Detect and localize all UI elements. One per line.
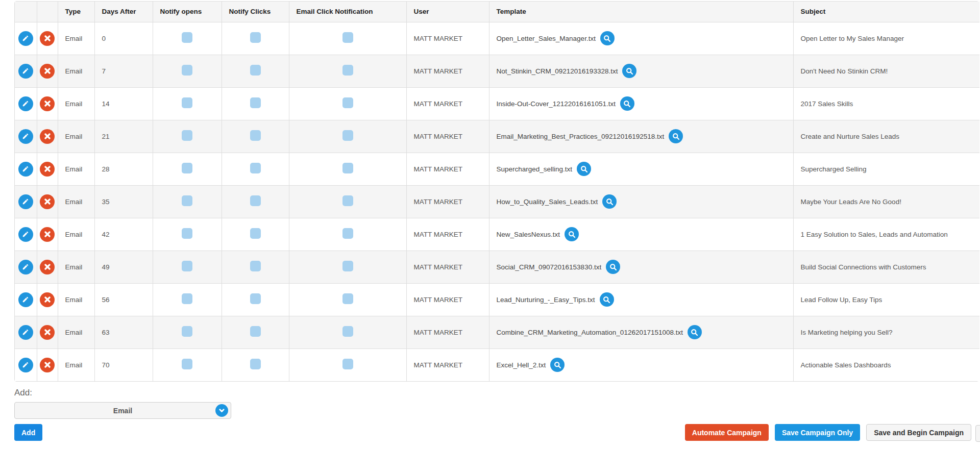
- magnifier-icon: [606, 198, 614, 206]
- edit-row-button[interactable]: [18, 260, 33, 275]
- notify-clicks-checkbox[interactable]: [250, 228, 261, 239]
- email-click-notification-checkbox[interactable]: [342, 261, 353, 271]
- template-preview-button[interactable]: [600, 292, 614, 307]
- notify-clicks-checkbox[interactable]: [250, 195, 261, 206]
- pencil-icon: [22, 296, 29, 303]
- notify-clicks-checkbox[interactable]: [250, 130, 261, 141]
- notify-clicks-checkbox[interactable]: [250, 261, 261, 271]
- save-campaign-only-button[interactable]: Save Campaign Only: [775, 424, 860, 441]
- user-cell: MATT MARKET: [406, 22, 489, 55]
- notify-opens-checkbox[interactable]: [182, 130, 192, 141]
- x-icon: [44, 198, 51, 205]
- template-preview-button[interactable]: [602, 194, 617, 209]
- automate-campaign-button[interactable]: Automate Campaign: [685, 424, 769, 441]
- email-click-notification-checkbox[interactable]: [342, 228, 353, 239]
- delete-row-button[interactable]: [40, 129, 55, 144]
- template-preview-button[interactable]: [622, 64, 636, 78]
- template-preview-button[interactable]: [688, 325, 702, 339]
- cutoff-button-sliver[interactable]: [975, 425, 980, 442]
- email-click-notification-checkbox[interactable]: [342, 293, 353, 304]
- notify-opens-checkbox[interactable]: [182, 163, 192, 173]
- notify-opens-checkbox[interactable]: [182, 228, 192, 239]
- notify-opens-checkbox[interactable]: [182, 261, 192, 271]
- template-preview-button[interactable]: [550, 358, 565, 372]
- campaign-actions-group: Automate Campaign Save Campaign Only Sav…: [685, 424, 979, 441]
- delete-row-button[interactable]: [40, 260, 55, 275]
- notify-opens-checkbox[interactable]: [182, 195, 192, 206]
- notify-opens-checkbox[interactable]: [182, 65, 192, 76]
- notify-opens-checkbox[interactable]: [182, 97, 192, 108]
- magnifier-icon: [623, 100, 631, 108]
- template-preview-button[interactable]: [669, 129, 683, 143]
- notify-clicks-checkbox[interactable]: [250, 97, 261, 108]
- x-icon: [44, 101, 51, 107]
- table-body: Email 0 MATT MARKET Open_Letter_Sales_Ma…: [15, 22, 979, 381]
- notify-opens-checkbox[interactable]: [182, 359, 192, 369]
- delete-row-button[interactable]: [40, 31, 55, 46]
- days-after-cell: 42: [94, 218, 153, 251]
- notify-opens-checkbox[interactable]: [182, 326, 192, 337]
- save-and-begin-campaign-button[interactable]: Save and Begin Campaign: [866, 424, 971, 441]
- x-icon: [44, 35, 51, 41]
- table-row: Email 28 MATT MARKET Supercharged_sellin…: [15, 153, 979, 185]
- template-filename: New_SalesNexus.txt: [497, 231, 560, 238]
- magnifier-icon: [626, 67, 633, 75]
- delete-row-button[interactable]: [40, 64, 55, 79]
- template-preview-button[interactable]: [620, 96, 634, 111]
- template-preview-button[interactable]: [565, 227, 579, 241]
- delete-row-button[interactable]: [40, 194, 55, 209]
- add-button[interactable]: Add: [14, 424, 42, 441]
- notify-clicks-checkbox[interactable]: [250, 359, 261, 369]
- delete-row-button[interactable]: [40, 325, 55, 340]
- notify-clicks-checkbox[interactable]: [250, 163, 261, 173]
- edit-row-button[interactable]: [18, 194, 33, 209]
- template-filename: Email_Marketing_Best_Practices_092120161…: [497, 133, 665, 140]
- user-cell: MATT MARKET: [406, 283, 489, 316]
- template-filename: Supercharged_selling.txt: [497, 165, 573, 173]
- email-click-notification-checkbox[interactable]: [342, 163, 353, 173]
- email-click-notification-checkbox[interactable]: [342, 359, 353, 369]
- email-click-notification-checkbox[interactable]: [342, 65, 353, 76]
- table-row: Email 0 MATT MARKET Open_Letter_Sales_Ma…: [15, 22, 979, 55]
- add-type-dropdown[interactable]: Email: [14, 402, 231, 419]
- notify-clicks-checkbox[interactable]: [250, 326, 261, 337]
- template-filename: How_to_Quality_Sales_Leads.txt: [497, 198, 598, 206]
- template-preview-button[interactable]: [606, 260, 620, 274]
- column-header-user: User: [406, 2, 489, 22]
- edit-row-button[interactable]: [18, 162, 33, 177]
- subject-cell: Don't Need No Stinkin CRM!: [793, 55, 979, 87]
- edit-row-button[interactable]: [18, 31, 33, 46]
- edit-row-button[interactable]: [18, 96, 33, 111]
- column-header-type: Type: [58, 2, 94, 22]
- notify-clicks-checkbox[interactable]: [250, 293, 261, 304]
- notify-opens-checkbox[interactable]: [182, 32, 192, 43]
- pencil-icon: [22, 198, 29, 205]
- email-click-notification-checkbox[interactable]: [342, 97, 353, 108]
- user-cell: MATT MARKET: [406, 120, 489, 153]
- delete-row-button[interactable]: [40, 227, 55, 242]
- type-cell: Email: [58, 283, 94, 316]
- template-preview-button[interactable]: [600, 31, 615, 45]
- user-cell: MATT MARKET: [406, 55, 489, 87]
- delete-row-button[interactable]: [40, 292, 55, 307]
- edit-row-button[interactable]: [18, 325, 33, 340]
- notify-clicks-checkbox[interactable]: [250, 65, 261, 76]
- user-cell: MATT MARKET: [406, 218, 489, 251]
- edit-row-button[interactable]: [18, 64, 33, 79]
- notify-clicks-checkbox[interactable]: [250, 32, 261, 43]
- delete-row-button[interactable]: [40, 358, 55, 372]
- email-click-notification-checkbox[interactable]: [342, 326, 353, 337]
- edit-row-button[interactable]: [18, 129, 33, 144]
- email-click-notification-checkbox[interactable]: [342, 195, 353, 206]
- email-click-notification-checkbox[interactable]: [342, 130, 353, 141]
- notify-opens-checkbox[interactable]: [182, 293, 192, 304]
- edit-row-button[interactable]: [18, 358, 33, 372]
- email-click-notification-checkbox[interactable]: [342, 32, 353, 43]
- edit-row-button[interactable]: [18, 227, 33, 242]
- x-icon: [44, 296, 51, 303]
- delete-row-button[interactable]: [40, 162, 55, 177]
- edit-row-button[interactable]: [18, 292, 33, 307]
- x-icon: [44, 329, 51, 335]
- template-preview-button[interactable]: [577, 162, 591, 176]
- delete-row-button[interactable]: [40, 96, 55, 111]
